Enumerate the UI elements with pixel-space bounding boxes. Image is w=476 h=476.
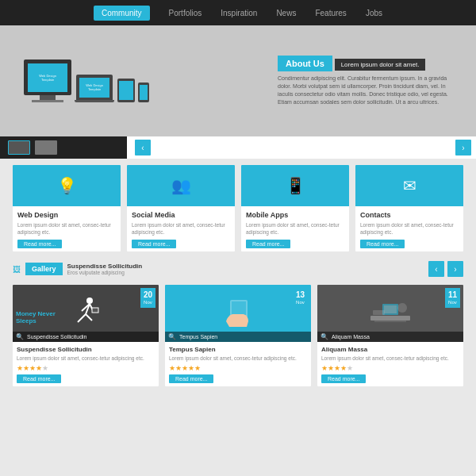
feature-card-social: 👥 Social Media Lorem ipsum dolor sit ame… — [127, 165, 235, 251]
gallery-grid: Money NeverSleeps 20 Nov 🔍 Suspendisse S… — [0, 280, 476, 393]
hero-bar: ‹ › — [0, 136, 476, 159]
nav-item-community[interactable]: Community — [94, 6, 150, 21]
nav-item-inspiration[interactable]: Inspiration — [221, 9, 257, 17]
gallery-icon: 🖼 — [13, 265, 21, 274]
feature-desc-3: Lorem ipsum dolor sit amet, consec-tetur… — [246, 221, 344, 236]
svg-rect-10 — [374, 321, 406, 322]
hand-tablet-icon — [218, 294, 258, 333]
lightbulb-icon: 💡 — [57, 176, 77, 195]
thumb-2[interactable] — [35, 140, 57, 155]
feature-body-4: Contacts Lorem ipsum dolor sit amet, con… — [355, 206, 463, 251]
date-badge-3: 11 Nov — [445, 288, 460, 308]
feature-card-mobile: 📱 Mobile Apps Lorem ipsum dolor sit amet… — [241, 165, 349, 251]
gallery-subtitle-group: Suspendisse Sollicitudin Eros vulputate … — [67, 263, 143, 275]
lorem-subtitle: Lorem ipsum dolor sit amet. — [335, 59, 426, 71]
tablet-device — [117, 79, 135, 102]
nav-item-portfolios[interactable]: Portfolios — [169, 9, 202, 17]
features-section: 💡 Web Design Lorem ipsum dolor sit amet,… — [0, 159, 476, 258]
feature-title-3: Mobile Apps — [246, 211, 344, 219]
svg-point-13 — [397, 303, 407, 313]
gallery-card-2: 13 Nov 🔍 Tempus Sapien Tempus Sapien Lor… — [165, 285, 311, 386]
search-bar-1: 🔍 Suspendisse Sollicitudin — [13, 332, 159, 342]
gallery-prev-arrow[interactable]: ‹ — [428, 261, 444, 277]
search-bar-3: 🔍 Aliquam Massa — [317, 332, 463, 342]
gallery-img-1: Money NeverSleeps 20 Nov 🔍 Suspendisse S… — [13, 285, 159, 342]
read-more-btn-3[interactable]: Read more... — [246, 240, 290, 248]
gallery-read-btn-1[interactable]: Read more... — [17, 374, 61, 383]
hero-nav-left: ‹ — [135, 140, 151, 155]
gallery-header: 🖼 Gallery Suspendisse Sollicitudin Eros … — [0, 258, 476, 280]
gallery-subdesc: Eros vulputate adipiscing — [67, 270, 143, 275]
feature-card-webdesign: 💡 Web Design Lorem ipsum dolor sit amet,… — [13, 165, 121, 251]
running-figure-icon — [70, 297, 102, 330]
laptop-screen: Web DesignTemplate — [79, 78, 109, 98]
feature-icon-box-1: 💡 — [13, 165, 121, 206]
svg-rect-9 — [370, 316, 410, 321]
hero-next-arrow[interactable]: › — [455, 140, 471, 155]
date-badge-1: 20 Nov — [140, 288, 155, 308]
gallery-subtitle: Suspendisse Sollicitudin — [67, 263, 143, 270]
hero-section: Web DesignTemplate Web DesignTemplate Ab… — [0, 25, 476, 136]
stars-2: ★★★★★ — [169, 364, 307, 372]
search-text-2: Tempus Sapien — [179, 334, 217, 340]
hero-text: About Us Lorem ipsum dolor sit amet. Con… — [278, 56, 452, 106]
mobile-icon: 📱 — [286, 176, 305, 195]
date-badge-2: 13 Nov — [293, 288, 308, 308]
search-icon-3: 🔍 — [321, 333, 328, 340]
stars-3: ★★★★★ — [321, 364, 459, 372]
nav-item-jobs[interactable]: Jobs — [366, 9, 382, 17]
hero-description: Condimentur adipiscing elit. Curabitur f… — [278, 75, 452, 106]
gallery-body-text-3: Lorem ipsum dolor sit amet, consec-tetur… — [321, 355, 459, 362]
read-more-btn-4[interactable]: Read more... — [360, 240, 405, 248]
gallery-card-1: Money NeverSleeps 20 Nov 🔍 Suspendisse S… — [13, 285, 159, 386]
gallery-img-2: 13 Nov 🔍 Tempus Sapien — [165, 285, 311, 342]
svg-point-0 — [86, 298, 93, 304]
svg-line-2 — [78, 314, 86, 322]
gallery-read-btn-3[interactable]: Read more... — [321, 374, 366, 383]
search-icon-2: 🔍 — [168, 333, 176, 340]
nav-item-news[interactable]: News — [276, 9, 296, 17]
svg-line-3 — [86, 314, 92, 321]
gallery-title-1: Suspendisse Sollicitudin — [17, 346, 155, 353]
gallery-nav: ‹ › — [428, 261, 463, 277]
feature-icon-box-2: 👥 — [127, 165, 235, 206]
feature-body-1: Web Design Lorem ipsum dolor sit amet, c… — [13, 206, 121, 251]
gallery-img-3: 11 Nov 🔍 Aliquam Massa — [317, 285, 463, 342]
feature-desc-4: Lorem ipsum dolor sit amet, consec-tetur… — [360, 221, 459, 236]
svg-rect-6 — [92, 308, 98, 313]
tablet-screen — [119, 81, 133, 100]
gallery-next-arrow[interactable]: › — [447, 261, 463, 277]
monitor-screen: Web DesignTemplate — [28, 63, 67, 92]
feature-desc-1: Lorem ipsum dolor sit amet, consec-tetur… — [17, 221, 116, 236]
gallery-body-2: Tempus Sapien Lorem ipsum dolor sit amet… — [165, 342, 311, 386]
gallery-body-3: Aliquam Massa Lorem ipsum dolor sit amet… — [317, 342, 463, 386]
gallery-title-box: 🖼 Gallery Suspendisse Sollicitudin Eros … — [13, 263, 142, 275]
gallery-read-btn-2[interactable]: Read more... — [169, 374, 213, 383]
gallery-title-2: Tempus Sapien — [169, 346, 307, 353]
search-bar-2: 🔍 Tempus Sapien — [165, 332, 311, 342]
thumb-1[interactable] — [8, 140, 30, 155]
feature-body-2: Social Media Lorem ipsum dolor sit amet,… — [127, 206, 235, 251]
feature-title-1: Web Design — [17, 211, 116, 219]
devices-group: Web DesignTemplate Web DesignTemplate — [24, 60, 149, 102]
read-more-btn-1[interactable]: Read more... — [17, 240, 62, 248]
gallery-label: Gallery — [25, 263, 63, 275]
feature-icon-box-4: ✉ — [355, 165, 463, 206]
navbar: Community Portfolios Inspiration News Fe… — [0, 0, 476, 25]
nav-item-features[interactable]: Features — [315, 9, 346, 17]
feature-title-2: Social Media — [132, 211, 230, 219]
gallery-title-3: Aliquam Massa — [321, 346, 459, 353]
phone-screen — [140, 85, 148, 100]
feature-card-contacts: ✉ Contacts Lorem ipsum dolor sit amet, c… — [355, 165, 463, 251]
hero-thumbnails — [0, 136, 127, 159]
feature-title-4: Contacts — [360, 211, 459, 219]
feature-icon-box-3: 📱 — [241, 165, 349, 206]
phone-device — [138, 83, 149, 102]
stars-1: ★★★★★ — [17, 364, 155, 372]
hero-prev-arrow[interactable]: ‹ — [135, 140, 151, 155]
read-more-btn-2[interactable]: Read more... — [132, 240, 176, 248]
feature-desc-2: Lorem ipsum dolor sit amet, consec-tetur… — [132, 221, 230, 236]
svg-rect-12 — [384, 305, 397, 313]
hero-nav-right: › — [455, 140, 471, 155]
svg-rect-14 — [373, 310, 385, 315]
